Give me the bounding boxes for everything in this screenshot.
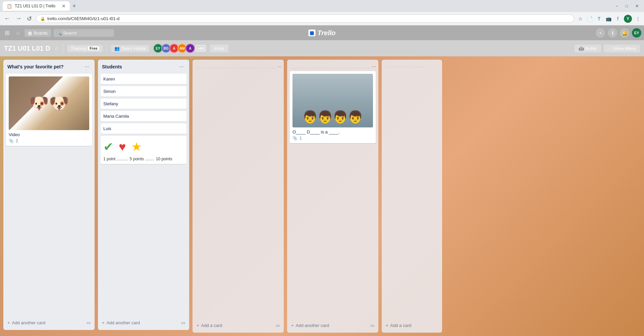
board-star-icon[interactable]: ☆ <box>54 45 59 52</box>
boards-label: Boards <box>34 31 48 36</box>
team-icon: 👥 <box>114 46 120 51</box>
chrome-profile-avatar[interactable]: Y <box>624 15 632 23</box>
list-menu-button-band[interactable]: ··· <box>370 63 377 70</box>
notifications-button[interactable]: 🔔 <box>620 28 629 38</box>
divider <box>63 44 63 52</box>
list-menu-button-students[interactable]: ··· <box>178 63 185 70</box>
attachment-icon: 📎 <box>9 138 14 143</box>
add-card-label-dotted1: Add a card <box>201 323 222 328</box>
toolbar-right: ☆ 📄 T 📺 f Y ⋮ <box>577 15 641 23</box>
butler-icon: 🤖 <box>579 46 584 51</box>
extension-pdf-icon[interactable]: 📄 <box>586 15 593 22</box>
add-icon-partial: + <box>386 323 388 328</box>
card-luis[interactable]: Luis <box>101 123 186 134</box>
dotted-title-partial: ..................... <box>386 63 425 68</box>
close-button[interactable]: ✕ <box>633 3 641 9</box>
board-content: What's your favorite pet? ··· Video 📎 2 <box>0 56 644 336</box>
trello-app: ⊞ ⌂ ▦ Boards 🔍 Search ▦ Trello + ℹ 🔔 EY <box>0 25 644 336</box>
back-button[interactable]: ← <box>3 14 11 23</box>
show-menu-label: Show Menu <box>613 46 636 51</box>
list-header: What's your favorite pet? ··· <box>6 62 92 71</box>
new-tab-button[interactable]: + <box>72 3 76 10</box>
chrome-menu-icon[interactable]: ⋮ <box>635 15 641 22</box>
card-karen[interactable]: Karen <box>101 74 186 84</box>
add-card-label-band: Add another card <box>296 323 329 328</box>
info-button[interactable]: ℹ <box>608 28 617 38</box>
card-points[interactable]: ✔ ♥ ★ 1 point .......... 5 points ......… <box>101 136 186 164</box>
template-icon: ▭ <box>87 320 91 325</box>
browser-title-bar: 📋 TZ1 U01 L01 D | Trello ✕ + – □ ✕ <box>0 0 644 12</box>
trello-logo: ▦ Trello <box>308 29 335 37</box>
reload-button[interactable]: ↺ <box>25 14 33 23</box>
add-icon-students: + <box>102 320 105 325</box>
grid-menu-icon[interactable]: ⊞ <box>3 27 12 39</box>
add-card-button-partial[interactable]: + Add a card <box>384 321 439 330</box>
extension-cast-icon[interactable]: 📺 <box>605 15 612 22</box>
point-5: 5 points ........ <box>130 157 154 161</box>
home-icon[interactable]: ⌂ <box>14 28 22 38</box>
divider2 <box>107 44 107 52</box>
extension-trello-icon[interactable]: T <box>596 15 602 22</box>
attachment-count-band: 1 <box>300 136 302 141</box>
list-dotted-1: ........................................… <box>193 60 284 333</box>
search-bar[interactable]: 🔍 Search <box>54 29 114 37</box>
dotted-title-1: ........................................… <box>197 64 276 69</box>
add-card-button-band[interactable]: + Add another card ▭ <box>290 321 376 330</box>
add-button[interactable]: + <box>596 28 605 38</box>
template-icon-band: ▭ <box>370 323 374 328</box>
card-band[interactable]: O____ D____ is a ____. 📎 1 <box>290 71 376 143</box>
add-card-button[interactable]: + Add another card ▭ <box>6 318 92 327</box>
bookmark-star-icon[interactable]: ☆ <box>577 15 584 22</box>
dotted-header-band: ........................................… <box>290 62 376 71</box>
member-avatar-a2[interactable]: A <box>185 44 195 53</box>
heart-icon: ♥ <box>119 140 126 154</box>
tab-close-button[interactable]: ✕ <box>62 3 66 9</box>
card-stefany[interactable]: Stefany <box>101 99 186 109</box>
header-right: + ℹ 🔔 EY <box>596 28 641 38</box>
extension-facebook-icon[interactable]: f <box>614 15 621 22</box>
subheader-right: 🤖 Butler ··· Show Menu <box>575 45 640 52</box>
maximize-button[interactable]: □ <box>623 3 631 9</box>
menu-dots-icon: ··· <box>608 46 611 51</box>
member-avatars: EY BG A AM A +64 <box>155 44 206 53</box>
list-menu-button-dotted1[interactable]: ··· <box>276 63 283 70</box>
browser-tab[interactable]: 📋 TZ1 U01 L01 D | Trello ✕ <box>3 1 70 11</box>
invite-button[interactable]: Invite <box>210 45 228 52</box>
card-meta-band: 📎 1 <box>292 136 373 141</box>
forward-button[interactable]: → <box>14 14 23 23</box>
add-card-button-dotted1[interactable]: + Add a card ▭ <box>195 321 281 330</box>
address-bar[interactable]: 🔒 trello.com/b/C6E5Mt4G/tz1-u01-l01-d <box>36 14 574 23</box>
list-partial: ..................... + Add a card <box>382 60 442 333</box>
card-video[interactable]: Video 📎 2 <box>6 74 92 146</box>
butler-button[interactable]: 🤖 Butler <box>575 45 601 52</box>
lock-icon: 🔒 <box>40 16 45 21</box>
minimize-button[interactable]: – <box>613 3 621 9</box>
trello-header: ⊞ ⌂ ▦ Boards 🔍 Search ▦ Trello + ℹ 🔔 EY <box>0 25 644 40</box>
template-icon-students: ▭ <box>181 320 185 325</box>
trello-logo-text: Trello <box>317 29 335 37</box>
team-visible-tag[interactable]: 👥 Team Visible <box>111 45 149 52</box>
training-tag[interactable]: Training Free <box>67 45 103 52</box>
training-label: Training <box>71 46 86 51</box>
point-10: 10 points <box>156 157 172 161</box>
show-menu-button[interactable]: ··· Show Menu <box>604 45 640 52</box>
add-card-label: Add another card <box>12 320 46 325</box>
board-subheader: TZ1 U01 L01 D ☆ Training Free 👥 Team Vis… <box>0 40 644 56</box>
card-image-band <box>292 74 373 127</box>
add-icon: + <box>7 320 10 325</box>
browser-window: 📋 TZ1 U01 L01 D | Trello ✕ + – □ ✕ ← → ↺… <box>0 0 644 336</box>
add-icon-band: + <box>291 323 294 328</box>
boards-icon: ▦ <box>28 31 32 36</box>
attachment-count: 2 <box>16 138 18 143</box>
list-students: Students ··· Karen Simon Stefany Maria C… <box>98 60 189 330</box>
list-menu-button[interactable]: ··· <box>84 63 91 70</box>
add-icon-dotted1: + <box>197 323 199 328</box>
boards-button[interactable]: ▦ Boards <box>24 29 51 37</box>
add-card-button-students[interactable]: + Add another card ▭ <box>101 318 186 327</box>
dotted-header-1: ........................................… <box>195 62 281 71</box>
card-simon[interactable]: Simon <box>101 86 186 97</box>
members-more-count[interactable]: +64 <box>196 45 206 52</box>
card-maria-camila[interactable]: Maria Camila <box>101 111 186 121</box>
user-avatar[interactable]: EY <box>632 28 641 38</box>
board-title: TZ1 U01 L01 D <box>4 45 50 52</box>
